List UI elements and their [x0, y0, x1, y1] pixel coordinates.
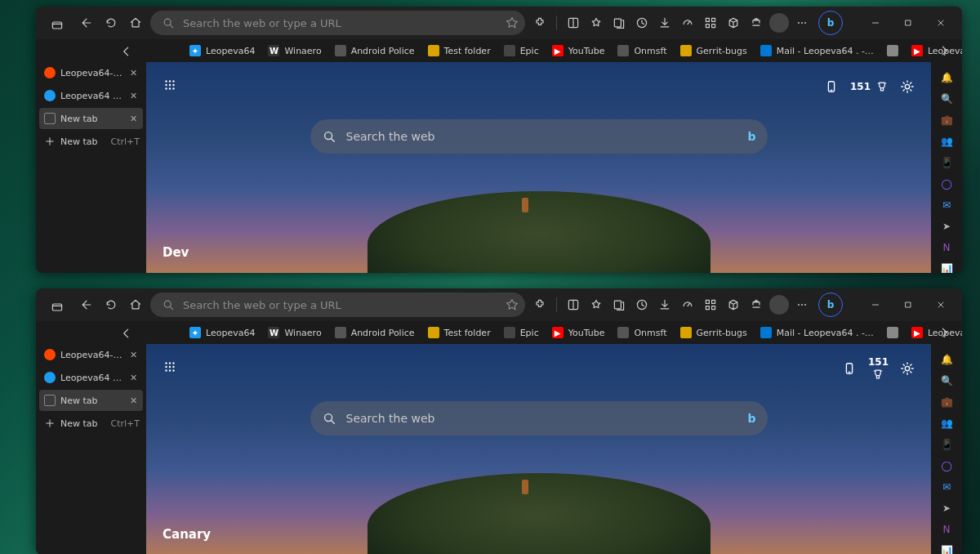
bookmark-item[interactable]: Gerrit-bugs [680, 327, 747, 338]
close-button[interactable] [924, 293, 957, 317]
share-button[interactable] [746, 13, 766, 33]
people-icon[interactable]: 👥 [938, 136, 955, 147]
bookmarks-overflow-button[interactable] [934, 323, 954, 342]
star-icon[interactable] [506, 298, 519, 311]
ntp-search-input[interactable] [346, 412, 738, 425]
tab-item[interactable]: Leopeva64-2 (u/Le… ✕ [39, 62, 143, 83]
search-icon[interactable]: 🔍 [938, 375, 955, 386]
downloads-button[interactable] [655, 295, 675, 315]
close-tab-button[interactable]: ✕ [130, 114, 140, 123]
bookmark-item[interactable]: Mail - Leopeva64 . -… [760, 45, 874, 56]
page-grid-button[interactable] [163, 78, 177, 96]
phone-icon[interactable]: 📱 [938, 439, 955, 450]
bars-icon[interactable]: 📊 [938, 263, 955, 273]
ntp-searchbox[interactable]: b [310, 119, 768, 154]
address-input[interactable] [183, 17, 497, 29]
bookmark-item[interactable]: Epic [504, 327, 539, 338]
profile-button[interactable] [769, 13, 789, 33]
extensions-button[interactable] [530, 13, 550, 33]
maximize-button[interactable] [892, 11, 924, 35]
reload-button[interactable] [101, 13, 121, 33]
vertical-tabs-button[interactable] [47, 16, 67, 35]
bookmark-item[interactable]: Epic [504, 45, 539, 56]
office-icon[interactable]: ◯ [938, 178, 955, 190]
bookmark-item[interactable]: Test folder [428, 45, 491, 56]
tab-item[interactable]: New tab ✕ [39, 108, 143, 129]
favorites-button[interactable] [586, 295, 606, 315]
onenote-icon[interactable]: N [938, 242, 955, 253]
extensions-button[interactable] [530, 295, 550, 315]
math-solver-button[interactable] [724, 13, 743, 33]
split-screen-button[interactable] [564, 13, 583, 33]
bookmark-item[interactable]: Android Police [335, 327, 415, 338]
outlook-icon[interactable]: ✉ [938, 199, 955, 211]
more-button[interactable] [792, 295, 812, 315]
send-icon[interactable]: ➤ [938, 221, 955, 232]
bookmark-item[interactable] [887, 45, 898, 56]
minimize-button[interactable] [859, 11, 892, 35]
phone-icon[interactable] [824, 79, 839, 94]
tab-item[interactable]: Leopeva64 (@Leop… ✕ [39, 367, 143, 388]
close-tab-button[interactable]: ✕ [130, 68, 140, 78]
profile-button[interactable] [769, 295, 789, 315]
reload-button[interactable] [101, 295, 121, 315]
bars-icon[interactable]: 📊 [938, 545, 955, 554]
close-tab-button[interactable]: ✕ [130, 373, 140, 382]
performance-button[interactable] [678, 13, 697, 33]
minimize-button[interactable] [859, 293, 892, 317]
back-button[interactable] [77, 295, 96, 315]
back-button[interactable] [77, 13, 96, 33]
history-button[interactable] [632, 295, 652, 315]
downloads-button[interactable] [655, 13, 675, 33]
ntp-search-input[interactable] [346, 130, 738, 143]
more-button[interactable] [792, 13, 812, 33]
close-tab-button[interactable]: ✕ [130, 395, 140, 405]
bookmark-item[interactable]: Test folder [428, 327, 491, 338]
tab-item[interactable]: Leopeva64-2 (u/Le… ✕ [39, 344, 143, 365]
home-button[interactable] [126, 295, 145, 315]
search-icon[interactable]: 🔍 [938, 93, 955, 105]
bookmark-item[interactable]: ▶YouTube [552, 327, 605, 338]
phone-icon[interactable]: 📱 [938, 157, 955, 168]
page-grid-button[interactable] [163, 360, 177, 378]
bookmarks-overflow-button[interactable] [934, 41, 954, 60]
close-button[interactable] [924, 11, 957, 35]
briefcase-icon[interactable]: 💼 [938, 396, 955, 408]
bookmark-item[interactable]: Onmsft [617, 45, 666, 56]
bookmark-item[interactable]: WWinaero [268, 45, 321, 56]
history-button[interactable] [632, 13, 652, 33]
bell-icon[interactable]: 🔔 [938, 354, 955, 365]
vertical-tabs-button[interactable] [47, 297, 67, 317]
outlook-icon[interactable]: ✉ [938, 481, 955, 493]
home-button[interactable] [126, 13, 145, 33]
briefcase-icon[interactable]: 💼 [938, 114, 955, 126]
omnibox[interactable] [150, 293, 525, 317]
bookmark-item[interactable]: Onmsft [617, 327, 666, 338]
send-icon[interactable]: ➤ [938, 503, 955, 514]
maximize-button[interactable] [892, 293, 924, 317]
bookmark-item[interactable]: WWinaero [268, 327, 321, 338]
close-tab-button[interactable]: ✕ [130, 350, 140, 360]
phone-icon[interactable] [842, 361, 857, 376]
collapse-tabs-button[interactable] [117, 324, 136, 343]
apps-button[interactable] [701, 13, 720, 33]
address-input[interactable] [183, 299, 497, 311]
ntp-searchbox[interactable]: b [310, 401, 768, 436]
new-tab-button[interactable]: New tab Ctrl+T [39, 413, 143, 434]
rewards-display[interactable]: 151 [868, 356, 889, 381]
tab-item[interactable]: New tab ✕ [39, 390, 143, 411]
star-icon[interactable] [506, 16, 519, 29]
bell-icon[interactable]: 🔔 [938, 72, 955, 83]
bookmark-item[interactable]: ✦Leopeva64 [189, 327, 255, 338]
collections-button[interactable] [609, 295, 629, 315]
tab-item[interactable]: Leopeva64 (@Leop… ✕ [39, 85, 143, 106]
favorites-button[interactable] [586, 13, 606, 33]
apps-button[interactable] [701, 295, 720, 315]
performance-button[interactable] [678, 295, 697, 315]
bookmark-item[interactable]: ▶YouTube [552, 45, 605, 56]
new-tab-button[interactable]: New tab Ctrl+T [39, 131, 143, 152]
close-tab-button[interactable]: ✕ [130, 91, 140, 101]
bookmark-item[interactable]: Android Police [335, 45, 415, 56]
collapse-tabs-button[interactable] [117, 42, 136, 61]
onenote-icon[interactable]: N [938, 524, 955, 535]
